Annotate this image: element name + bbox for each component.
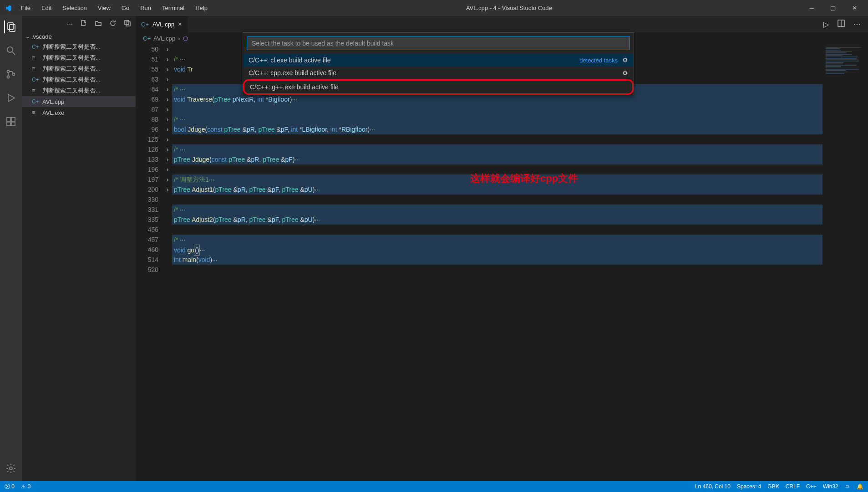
annotation-text: 这样就会编译好cpp文件: [470, 172, 578, 185]
vscode-logo-icon: [4, 4, 12, 12]
refresh-icon[interactable]: [109, 20, 117, 28]
new-file-icon[interactable]: [80, 20, 87, 28]
file-icon: C+: [32, 44, 40, 50]
svg-rect-1: [10, 25, 15, 31]
breadcrumb-separator-icon: ›: [178, 35, 180, 42]
quick-pick-item-2[interactable]: C/C++: g++.exe build active file: [243, 79, 634, 95]
status-feedback-icon[interactable]: ☺: [845, 483, 850, 490]
quick-pick-input[interactable]: Select the task to be used as the defaul…: [247, 36, 630, 50]
quick-pick-item-0[interactable]: C/C++: cl.exe build active filedetected …: [243, 54, 634, 67]
cpp-file-icon: C+: [143, 35, 151, 42]
quick-pick-placeholder: Select the task to be used as the defaul…: [252, 40, 394, 47]
menu-run[interactable]: Run: [136, 3, 156, 13]
sidebar-item-1[interactable]: ≡判断搜索二叉树是否...: [22, 52, 136, 63]
fold-icon[interactable]: ›: [163, 144, 172, 154]
fold-column: ›››››››››››››››: [163, 44, 172, 481]
quick-pick-item-label: C/C++: g++.exe build active file: [250, 83, 627, 91]
explorer-icon[interactable]: [4, 20, 17, 33]
fold-icon[interactable]: ›: [163, 164, 172, 174]
search-icon[interactable]: [5, 44, 17, 57]
menu-help[interactable]: Help: [191, 3, 212, 13]
file-icon: C+: [32, 98, 40, 105]
status-lang[interactable]: C++: [806, 483, 817, 490]
window-title: AVL.cpp - 4 - Visual Studio Code: [212, 5, 806, 11]
collapse-all-icon[interactable]: [124, 20, 131, 28]
sidebar-item-6[interactable]: ≡AVL.exe: [22, 107, 136, 118]
quick-pick: Select the task to be used as the defaul…: [243, 32, 634, 95]
fold-icon[interactable]: ›: [163, 44, 172, 54]
split-editor-icon[interactable]: [837, 19, 845, 29]
svg-point-2: [7, 47, 13, 52]
close-icon[interactable]: ✕: [848, 3, 861, 13]
maximize-icon[interactable]: ▢: [827, 3, 839, 13]
quick-pick-detail: detected tasks: [579, 57, 618, 64]
status-bell-icon[interactable]: 🔔: [857, 483, 863, 490]
fold-icon[interactable]: ›: [163, 184, 172, 195]
file-icon: ≡: [32, 55, 40, 61]
fold-icon[interactable]: ›: [163, 74, 172, 84]
more-actions-icon[interactable]: ⋯: [853, 20, 861, 29]
tab-avl-cpp[interactable]: C+ AVL.cpp ×: [136, 16, 188, 32]
fold-icon[interactable]: ›: [163, 134, 172, 144]
menu-bar: File Edit Selection View Go Run Terminal…: [16, 3, 212, 13]
editor-area: C+ AVL.cpp × ▷ ⋯ C+ AVL.cpp › ⬡ Select t…: [136, 16, 868, 481]
explorer-sidebar: ⋯ ⌄ .vscode C+判断搜索二叉树是否...≡判断搜索二叉树是否...≡…: [22, 16, 136, 481]
status-spaces[interactable]: Spaces: 4: [737, 483, 761, 490]
menu-file[interactable]: File: [16, 3, 35, 13]
gear-icon[interactable]: ⚙: [622, 69, 628, 77]
quick-pick-item-label: C/C++: cpp.exe build active file: [249, 69, 622, 77]
menu-edit[interactable]: Edit: [37, 3, 56, 13]
code-content[interactable]: /* ···void Tr/* ···void Traverse(pTree p…: [172, 44, 822, 481]
more-icon[interactable]: ⋯: [67, 20, 73, 27]
status-errors[interactable]: ⓧ 0: [5, 483, 15, 491]
tab-close-icon[interactable]: ×: [178, 20, 182, 28]
file-icon: ≡: [32, 66, 40, 72]
status-warnings[interactable]: ⚠ 0: [21, 483, 30, 490]
svg-point-4: [7, 71, 10, 73]
new-folder-icon[interactable]: [95, 20, 102, 28]
svg-point-5: [7, 76, 10, 78]
fold-icon[interactable]: ›: [163, 104, 172, 114]
sidebar-item-3[interactable]: C+判断搜索二叉树是否...: [22, 74, 136, 85]
quick-pick-item-label: C/C++: cl.exe build active file: [249, 56, 579, 64]
fold-icon[interactable]: ›: [163, 114, 172, 124]
sidebar-item-4[interactable]: ≡判断搜索二叉树是否...: [22, 85, 136, 96]
sidebar-item-label: AVL.exe: [42, 109, 64, 116]
sidebar-item-0[interactable]: C+判断搜索二叉树是否...: [22, 41, 136, 52]
svg-rect-15: [126, 22, 130, 26]
menu-terminal[interactable]: Terminal: [157, 3, 189, 13]
svg-rect-11: [11, 118, 15, 121]
fold-icon[interactable]: ›: [163, 54, 172, 64]
sidebar-item-2[interactable]: ≡判断搜索二叉树是否...: [22, 63, 136, 74]
activity-bar: [0, 16, 22, 481]
menu-go[interactable]: Go: [117, 3, 134, 13]
extensions-icon[interactable]: [5, 115, 17, 128]
menu-selection[interactable]: Selection: [58, 3, 91, 13]
code-editor[interactable]: 5051556364698788961251261331961972003303…: [136, 44, 868, 481]
sidebar-item-5[interactable]: C+AVL.cpp: [22, 96, 136, 107]
status-bar: ⓧ 0 ⚠ 0 Ln 460, Col 10 Spaces: 4 GBK CRL…: [0, 481, 868, 492]
quick-pick-item-1[interactable]: C/C++: cpp.exe build active file⚙: [243, 67, 634, 79]
status-lncol[interactable]: Ln 460, Col 10: [695, 483, 731, 490]
status-os[interactable]: Win32: [823, 483, 838, 490]
gear-icon[interactable]: ⚙: [622, 56, 628, 64]
run-debug-icon[interactable]: [5, 92, 17, 104]
tabs-row: C+ AVL.cpp × ▷ ⋯: [136, 16, 868, 32]
menu-view[interactable]: View: [93, 3, 115, 13]
source-control-icon[interactable]: [5, 68, 17, 81]
fold-icon[interactable]: ›: [163, 174, 172, 184]
fold-icon[interactable]: ›: [163, 124, 172, 134]
settings-gear-icon[interactable]: [5, 462, 17, 475]
status-eol[interactable]: CRLF: [786, 483, 800, 490]
fold-icon[interactable]: ›: [163, 154, 172, 164]
minimize-icon[interactable]: ─: [806, 3, 817, 13]
sidebar-folder-vscode[interactable]: ⌄ .vscode: [22, 32, 136, 41]
status-encoding[interactable]: GBK: [767, 483, 779, 490]
svg-marker-7: [8, 94, 15, 102]
run-icon[interactable]: ▷: [823, 20, 829, 29]
svg-point-12: [10, 467, 12, 470]
fold-icon[interactable]: ›: [163, 84, 172, 94]
fold-icon[interactable]: ›: [163, 64, 172, 74]
fold-icon[interactable]: ›: [163, 94, 172, 104]
minimap[interactable]: [822, 44, 868, 481]
